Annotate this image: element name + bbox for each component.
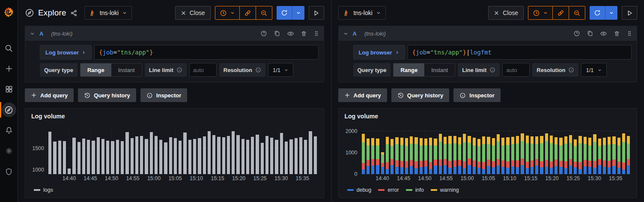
zoom-out-time-button[interactable] bbox=[256, 6, 272, 19]
plus-icon bbox=[344, 92, 350, 98]
duplicate-query-icon[interactable] bbox=[587, 30, 593, 37]
refresh-interval-dropdown[interactable] bbox=[292, 6, 304, 20]
query-type-range[interactable]: Range bbox=[394, 63, 424, 76]
bar bbox=[246, 129, 249, 174]
disable-query-eye-icon[interactable] bbox=[287, 30, 294, 37]
zoom-out-time-button[interactable] bbox=[569, 6, 585, 19]
close-split-button[interactable]: Close bbox=[175, 6, 211, 20]
log-volume-panel: Log volume 10001500 14:4014:4514:5014:55… bbox=[25, 108, 324, 198]
sidebar-item-configuration[interactable] bbox=[0, 141, 18, 161]
shield-icon bbox=[5, 168, 13, 176]
query-type-instant[interactable]: Instant bbox=[111, 63, 142, 76]
collapse-chevron-icon[interactable] bbox=[30, 31, 35, 36]
bar bbox=[106, 129, 109, 174]
bar bbox=[87, 129, 90, 174]
resolution-select[interactable]: 1/1 bbox=[581, 63, 606, 77]
compass-icon bbox=[4, 106, 13, 115]
query-type-range[interactable]: Range bbox=[80, 63, 111, 76]
grafana-logo[interactable] bbox=[0, 0, 18, 24]
chart-plot-area[interactable] bbox=[361, 129, 631, 174]
duplicate-query-icon[interactable] bbox=[274, 30, 280, 37]
query-editor-body: Log browser {job="tns/app"} Query type R… bbox=[25, 41, 324, 82]
disable-query-eye-icon[interactable] bbox=[600, 30, 607, 37]
log-browser-button[interactable]: Log browser bbox=[40, 45, 92, 60]
collapse-chevron-icon[interactable] bbox=[343, 31, 349, 36]
help-icon[interactable] bbox=[573, 30, 580, 37]
datasource-picker[interactable]: tns-loki bbox=[84, 6, 132, 20]
legend-item-warning[interactable]: warning bbox=[431, 187, 459, 193]
sidebar-item-explore[interactable] bbox=[0, 99, 18, 120]
share-icon[interactable] bbox=[70, 9, 78, 17]
drag-handle-icon[interactable] bbox=[313, 30, 319, 36]
plus-icon bbox=[31, 92, 37, 98]
x-tick-label: 15:15 bbox=[211, 175, 224, 181]
legend-swatch bbox=[406, 189, 412, 191]
bar bbox=[309, 129, 312, 174]
datasource-picker[interactable]: tns-loki bbox=[338, 6, 386, 20]
sidebar-item-create[interactable] bbox=[0, 58, 18, 79]
sidebar-item-dashboards[interactable] bbox=[0, 79, 18, 99]
query-history-button[interactable]: Query history bbox=[78, 88, 136, 102]
inspector-button[interactable]: Inspector bbox=[453, 88, 501, 102]
chevron-down-icon bbox=[122, 10, 127, 15]
help-icon[interactable] bbox=[260, 30, 267, 37]
dashboards-icon bbox=[5, 85, 13, 93]
time-picker-group bbox=[215, 6, 272, 20]
panel-title: Log volume bbox=[31, 113, 318, 120]
history-icon bbox=[84, 92, 90, 99]
loki-query-input[interactable]: {job="tns/app"} | logfmt bbox=[408, 45, 632, 60]
bar bbox=[304, 129, 307, 174]
chart-plot-area[interactable] bbox=[48, 129, 318, 174]
sync-times-button[interactable] bbox=[553, 6, 569, 19]
query-row-actions bbox=[260, 30, 319, 37]
time-picker-button[interactable] bbox=[528, 6, 553, 19]
loki-query-input[interactable]: {job="tns/app"} bbox=[94, 45, 318, 60]
time-picker-button[interactable] bbox=[215, 6, 240, 19]
plus-icon bbox=[5, 64, 13, 73]
line-limit-input[interactable] bbox=[502, 63, 530, 77]
bar bbox=[101, 129, 104, 174]
drag-handle-icon[interactable] bbox=[626, 30, 632, 36]
sidebar-item-search[interactable] bbox=[0, 38, 18, 58]
refresh-button[interactable] bbox=[590, 6, 605, 20]
bar bbox=[232, 129, 235, 174]
log-browser-button[interactable]: Log browser bbox=[353, 45, 405, 60]
legend-label: debug bbox=[357, 187, 372, 193]
run-query-button[interactable] bbox=[309, 6, 324, 20]
refresh-interval-dropdown[interactable] bbox=[605, 6, 617, 20]
delete-query-trash-icon[interactable] bbox=[301, 30, 307, 37]
sidebar-item-server-admin[interactable] bbox=[0, 161, 18, 182]
bar bbox=[482, 129, 485, 174]
sync-times-button[interactable] bbox=[240, 6, 256, 19]
delete-query-trash-icon[interactable] bbox=[614, 30, 620, 37]
resolution-select[interactable]: 1/1 bbox=[268, 63, 293, 77]
bar bbox=[97, 129, 100, 174]
legend-item-info[interactable]: info bbox=[406, 187, 424, 193]
sync-icon bbox=[594, 9, 601, 16]
sidebar-item-alerting[interactable] bbox=[0, 120, 18, 141]
bar bbox=[376, 129, 379, 174]
bar bbox=[516, 129, 519, 174]
query-history-button[interactable]: Query history bbox=[391, 88, 450, 102]
bar bbox=[617, 129, 620, 174]
query-type-instant[interactable]: Instant bbox=[424, 63, 455, 76]
query-ref-letter: A bbox=[353, 30, 357, 37]
legend-item-debug[interactable]: debug bbox=[347, 187, 372, 193]
refresh-button[interactable] bbox=[277, 6, 292, 20]
inspector-button[interactable]: Inspector bbox=[140, 88, 188, 102]
bar bbox=[174, 129, 177, 174]
line-limit-input[interactable] bbox=[189, 63, 217, 77]
close-split-button[interactable]: Close bbox=[488, 6, 524, 20]
legend-swatch bbox=[347, 189, 354, 191]
query-type-label: Query type bbox=[353, 63, 391, 77]
add-query-button[interactable]: Add query bbox=[25, 88, 74, 102]
refresh-split-button bbox=[590, 6, 617, 20]
legend-item-logs[interactable]: logs bbox=[34, 187, 53, 193]
legend-item-error[interactable]: error bbox=[378, 187, 399, 193]
run-query-button[interactable] bbox=[622, 6, 637, 20]
query-actions-row: Add query Query history Inspector bbox=[338, 88, 638, 102]
bar bbox=[125, 129, 128, 174]
query-editor-panel: A (tns-loki) Log browser bbox=[25, 26, 324, 82]
bar bbox=[612, 129, 615, 174]
add-query-button[interactable]: Add query bbox=[338, 88, 387, 102]
